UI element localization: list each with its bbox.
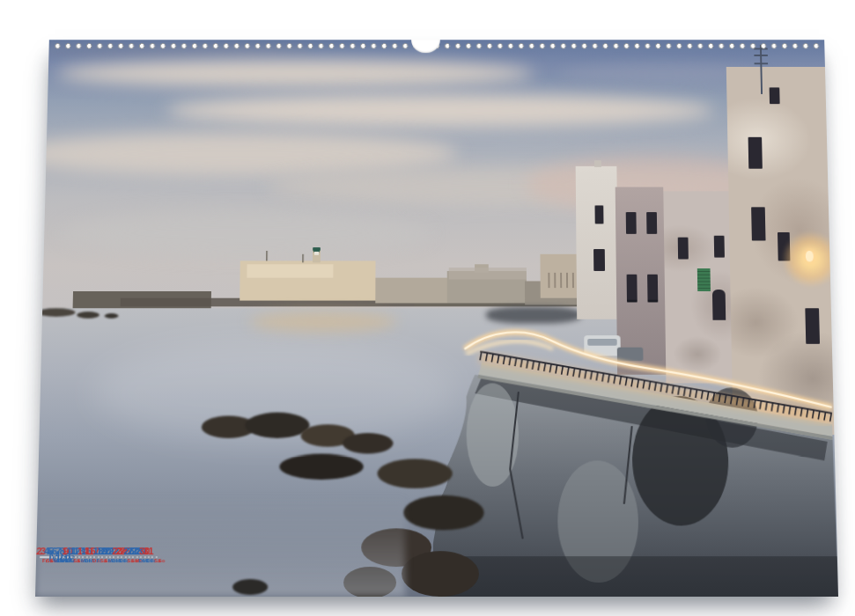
window [595, 205, 604, 224]
day-cell: Fr1 [40, 556, 41, 558]
day-cell: Di5 [55, 556, 57, 558]
chimney [594, 160, 601, 167]
calendar-photo: Mai 2026 Fr1Sa2So3Mo4Di5Mi6Do7Fr8Sa9So10… [35, 40, 838, 597]
rock [77, 312, 100, 319]
day-cell: Fr8 [67, 556, 69, 558]
rock [232, 579, 268, 595]
date-strip: Mai 2026 Fr1Sa2So3Mo4Di5Mi6Do7Fr8Sa9So10… [40, 556, 815, 577]
rock [377, 458, 452, 488]
day-weekday: So [158, 558, 165, 563]
window [678, 238, 689, 260]
window [714, 236, 725, 258]
window-shuttered [751, 207, 765, 240]
day-cell: Mi6 [59, 556, 61, 558]
building-white-tall [576, 166, 619, 319]
rock [403, 495, 484, 531]
rock [37, 308, 75, 317]
day-cell: So24 [129, 556, 130, 558]
calendar-page: Mai 2026 Fr1Sa2So3Mo4Di5Mi6Do7Fr8Sa9So10… [35, 40, 838, 597]
parked-car [617, 348, 644, 362]
day-number: 31 [143, 546, 153, 556]
cloud-streak [166, 94, 713, 128]
window [626, 212, 637, 234]
day-cell: Mi13 [86, 556, 88, 558]
rock [279, 454, 363, 480]
cloud-streak [56, 60, 534, 88]
window-balcony [647, 275, 658, 303]
calendar-mockup: Mai 2026 Fr1Sa2So3Mo4Di5Mi6Do7Fr8Sa9So10… [0, 0, 855, 616]
day-cell: Di26 [136, 556, 138, 558]
green-shutter-door [697, 268, 711, 291]
day-cell: Mo18 [106, 556, 107, 558]
day-cell: Mo11 [78, 556, 80, 558]
day-cell: So31 [155, 556, 157, 558]
window-shuttered [748, 137, 763, 169]
day-cell: So3 [48, 556, 49, 558]
window-rows [543, 273, 574, 288]
rock [105, 313, 119, 319]
building-distant [540, 254, 579, 298]
street-lamp [806, 251, 814, 261]
day-cell: Do28 [144, 556, 145, 558]
window [593, 249, 605, 271]
day-cell: Do21 [117, 556, 119, 558]
window-balcony [627, 275, 638, 303]
promenade-and-cliff [335, 315, 838, 597]
day-cell: So10 [75, 556, 77, 558]
day-cells: Fr1Sa2So3Mo4Di5Mi6Do7Fr8Sa9So10Mo11Di12M… [40, 556, 157, 558]
window [770, 87, 780, 104]
window [646, 212, 657, 234]
day-cell: Sa23 [124, 556, 126, 558]
day-cell: Sa16 [98, 556, 100, 558]
rock [343, 433, 394, 454]
day-cell: Fr29 [148, 556, 150, 558]
